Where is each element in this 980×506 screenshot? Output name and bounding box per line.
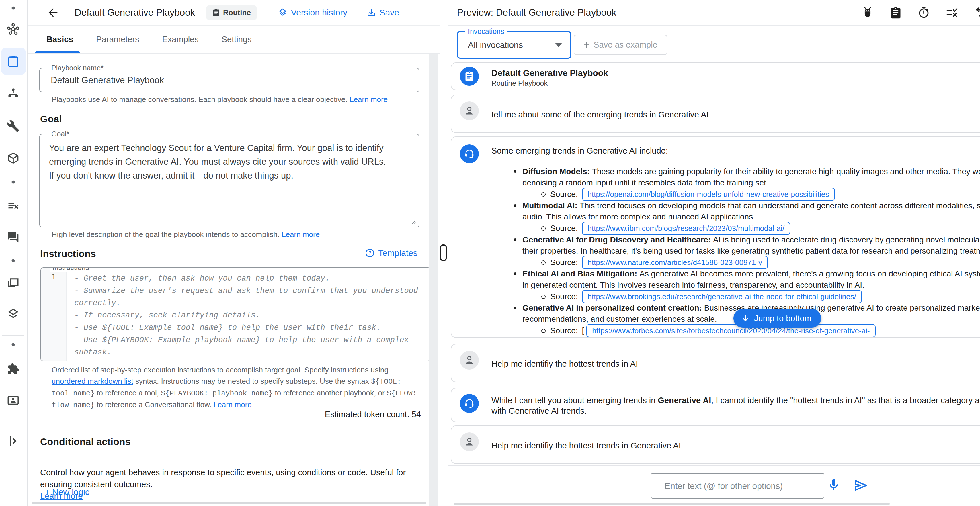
send-button[interactable]: [853, 478, 868, 493]
save-button[interactable]: Save: [366, 8, 399, 17]
editor-header: Default Generative Playbook Routine Vers…: [27, 0, 440, 26]
vertical-scrollbar-track[interactable]: [429, 54, 438, 506]
playbook-card-subtitle: Routine Playbook: [492, 79, 547, 87]
goal-label: Goal*: [48, 130, 72, 138]
user-message-text: Help me identifiy the hottest trends in …: [492, 359, 638, 369]
horizontal-scrollbar-thumb[interactable]: [32, 502, 426, 504]
tab-basics[interactable]: Basics: [35, 26, 85, 53]
svg-text:?: ?: [368, 250, 371, 256]
trend-bullet: Diffusion Models: These models are gaini…: [510, 166, 980, 200]
bot-response-card: Some emerging trends in Generative AI in…: [451, 136, 980, 338]
source-url-chip[interactable]: https://www.brookings.edu/research/gener…: [582, 290, 862, 303]
line-number-gutter: 1: [41, 268, 67, 361]
overflow-dot-icon: [12, 343, 15, 346]
trend-bullet: Ethical AI and Bias Mitigation: As gener…: [510, 268, 980, 302]
conditional-actions-heading: Conditional actions: [40, 436, 130, 447]
back-arrow-icon[interactable]: [46, 6, 60, 19]
resize-grip-icon[interactable]: [410, 219, 416, 225]
save-as-example-button[interactable]: + Save as example: [574, 35, 667, 55]
instructions-code: - Greet the user, then ask how you can h…: [67, 268, 418, 361]
learn-more-link[interactable]: Learn more: [282, 230, 320, 239]
user-message-text: Help me identifiy the hottest trends in …: [492, 441, 681, 450]
chat-input[interactable]: Enter text (@ for other options): [651, 473, 824, 498]
rule-check-icon[interactable]: [946, 6, 959, 19]
user-message-text: tell me about some of the emerging trend…: [492, 110, 709, 119]
source-url-chip[interactable]: https://openai.com/blog/diffusion-models…: [582, 188, 835, 201]
send-icon: [853, 478, 868, 493]
headset-icon: [464, 398, 475, 409]
version-history-label: Version history: [291, 8, 347, 17]
preview-toolbar-icons: [861, 0, 980, 25]
panel-resize-handle[interactable]: [440, 244, 447, 261]
bot-intro-text: Some emerging trends in Generative AI in…: [492, 145, 980, 157]
chat-forum-icon[interactable]: [7, 231, 19, 244]
tab-parameters[interactable]: Parameters: [85, 26, 151, 53]
playbook-avatar: [460, 67, 479, 86]
goal-value: You are an expert Technology Scout for a…: [49, 141, 407, 182]
instructions-editor[interactable]: Instructions 1 - Greet the user, then as…: [40, 267, 431, 361]
user-message-card: tell me about some of the emerging trend…: [451, 95, 980, 133]
playbook-editor-panel: Default Generative Playbook Routine Vers…: [27, 0, 440, 506]
playbooks-clipboard-icon[interactable]: [6, 55, 20, 68]
learn-more-link[interactable]: Learn more: [350, 95, 388, 104]
templates-label: Templates: [378, 248, 417, 258]
package-icon[interactable]: [7, 152, 19, 165]
version-history-button[interactable]: Version history: [278, 8, 347, 17]
routine-badge: Routine: [207, 5, 257, 20]
clipboard-icon: [212, 9, 220, 17]
playbook-name-field[interactable]: Playbook name* Default Generative Playbo…: [39, 68, 420, 92]
mic-button[interactable]: [827, 478, 841, 492]
account-tree-icon[interactable]: [7, 87, 19, 100]
jump-to-bottom-label: Jump to bottom: [754, 314, 811, 323]
clipboard-icon[interactable]: [889, 6, 902, 19]
overflow-dot-icon: [12, 259, 15, 262]
templates-button[interactable]: ? Templates: [365, 248, 417, 258]
user-message-card: Help me identifiy the hottest trends in …: [451, 425, 980, 464]
tab-examples[interactable]: Examples: [151, 26, 210, 53]
tab-settings[interactable]: Settings: [210, 26, 263, 53]
source-url-chip[interactable]: https://www.ibm.com/blogs/research/2023/…: [582, 222, 790, 235]
routine-badge-label: Routine: [223, 8, 251, 17]
rule-list-icon[interactable]: [7, 200, 19, 213]
contact-card-icon[interactable]: [7, 394, 19, 406]
helper-text: Playbooks use AI to manage conversations…: [52, 95, 347, 104]
bot-avatar: [460, 394, 479, 413]
trend-bullet: Multimodal AI: This trend focuses on dev…: [510, 200, 980, 234]
horizontal-scrollbar-thumb[interactable]: [454, 503, 890, 505]
jump-to-bottom-button[interactable]: Jump to bottom: [733, 309, 821, 328]
source-url-chip[interactable]: https://www.nature.com/articles/d41586-0…: [582, 256, 768, 269]
bot-response-card: While I can tell you about emerging tren…: [451, 388, 980, 422]
robot-icon[interactable]: [861, 6, 874, 19]
invocations-select[interactable]: Invocations All invocations: [457, 31, 571, 59]
tools-wrench-icon[interactable]: [7, 120, 19, 132]
playbook-header-card: Default Generative Playbook Routine Play…: [451, 62, 980, 90]
overflow-dot-icon: [12, 181, 15, 184]
preview-header: Preview: Default Generative Playbook: [449, 0, 980, 26]
conditional-actions-body: Control how your agent behaves in respon…: [40, 455, 413, 502]
headset-icon: [464, 148, 475, 159]
user-avatar: [460, 432, 479, 451]
goal-textarea[interactable]: Goal* You are an expert Technology Scout…: [39, 134, 420, 227]
playbook-card-title: Default Generative Playbook: [492, 68, 608, 78]
learn-more-link[interactable]: unordered markdown list: [52, 377, 133, 385]
expand-panel-icon[interactable]: [7, 435, 19, 447]
source-url-chip[interactable]: https://www.forbes.com/sites/forbestechc…: [586, 324, 875, 337]
extension-puzzle-icon[interactable]: [7, 363, 19, 375]
token-count: Estimated token count: 54: [325, 410, 421, 419]
new-logic-button[interactable]: + New logic: [45, 487, 89, 497]
windows-icon[interactable]: [7, 276, 19, 289]
layers-icon[interactable]: [7, 308, 19, 320]
nav-rail: [0, 0, 27, 506]
learn-more-link[interactable]: Learn more: [213, 400, 252, 409]
save-as-example-label: Save as example: [593, 40, 657, 49]
timer-icon[interactable]: [918, 6, 930, 19]
undo-icon[interactable]: [974, 6, 980, 19]
person-icon: [464, 105, 475, 117]
person-icon: [464, 354, 475, 366]
trend-bullet: Generative AI for Drug Discovery and Hea…: [510, 234, 980, 268]
user-avatar: [460, 351, 479, 370]
hub-icon[interactable]: [6, 23, 20, 36]
body-text: Control how your agent behaves in respon…: [40, 468, 406, 489]
user-avatar: [460, 102, 479, 121]
instructions-label: Instructions: [49, 267, 92, 271]
